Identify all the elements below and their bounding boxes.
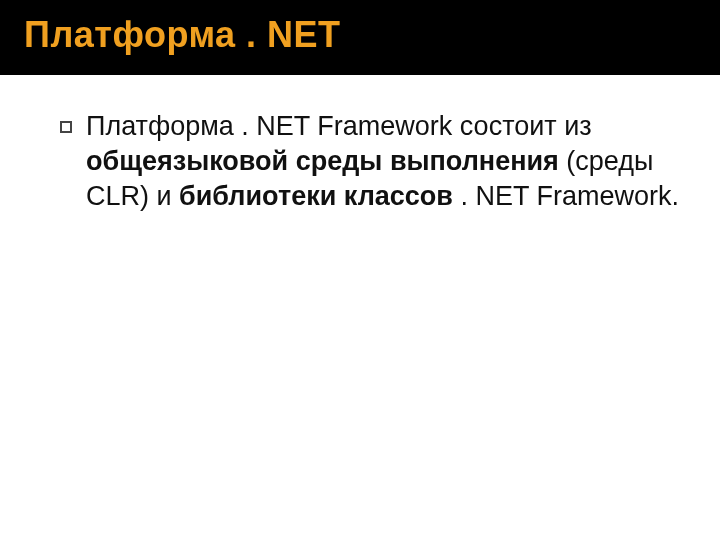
slide-body: Платформа . NET Framework состоит из общ… (0, 75, 720, 234)
text-bold: общеязыковой среды выполнения (86, 146, 559, 176)
svg-rect-0 (61, 122, 71, 132)
text-segment: Платформа . NET Framework состоит из (86, 111, 592, 141)
bullet-item: Платформа . NET Framework состоит из общ… (60, 109, 680, 214)
bullet-square-icon (60, 121, 72, 133)
text-segment: . NET Framework. (453, 181, 679, 211)
bullet-text: Платформа . NET Framework состоит из общ… (86, 109, 680, 214)
title-bar: Платформа . NET (0, 0, 720, 75)
slide-title: Платформа . NET (24, 14, 696, 56)
text-bold: библиотеки классов (179, 181, 453, 211)
